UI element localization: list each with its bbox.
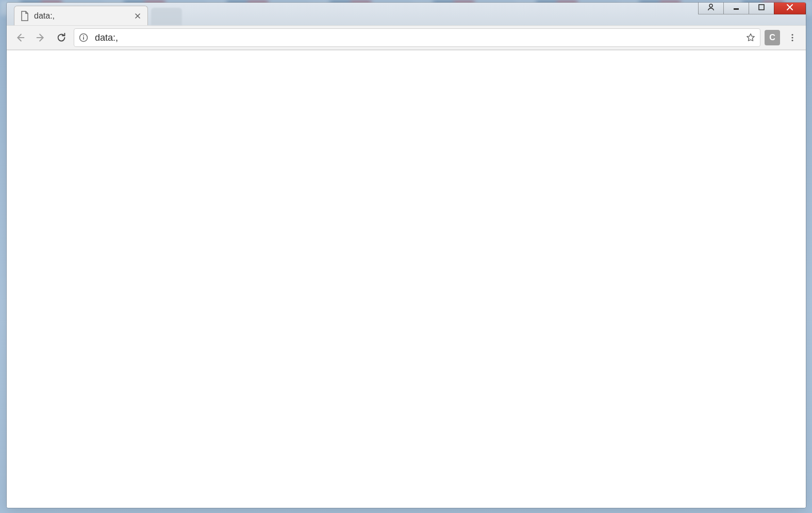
svg-point-4 (83, 36, 84, 37)
back-button[interactable] (12, 29, 28, 46)
window-close-button[interactable] (774, 2, 806, 14)
tab-active[interactable]: data:, (14, 6, 148, 25)
window-maximize-button[interactable] (749, 2, 774, 14)
reload-button[interactable] (53, 29, 70, 46)
site-info-button[interactable] (78, 32, 89, 43)
toolbar: C (7, 25, 806, 50)
svg-rect-5 (83, 37, 84, 40)
tab-title: data:, (34, 11, 128, 21)
address-bar[interactable] (74, 28, 760, 47)
maximize-icon (758, 4, 765, 11)
bookmark-button[interactable] (745, 32, 756, 43)
extension-button[interactable]: C (765, 30, 780, 45)
svg-rect-1 (734, 8, 739, 10)
window-caption-buttons (699, 2, 806, 14)
close-icon (135, 13, 141, 19)
arrow-right-icon (35, 32, 46, 43)
svg-point-8 (791, 40, 793, 41)
extension-letter: C (769, 33, 775, 42)
kebab-icon (788, 33, 797, 42)
svg-point-6 (791, 34, 793, 36)
tab-inactive-blurred[interactable] (151, 8, 182, 25)
page-viewport[interactable] (7, 50, 806, 508)
url-input[interactable] (94, 32, 740, 44)
svg-rect-2 (759, 5, 764, 10)
minimize-icon (733, 4, 740, 11)
star-icon (745, 32, 756, 43)
arrow-left-icon (14, 32, 26, 43)
svg-point-0 (709, 4, 712, 7)
user-icon (707, 3, 715, 11)
browser-window: data:, (6, 2, 806, 508)
tab-close-button[interactable] (133, 11, 142, 21)
close-icon (786, 3, 794, 11)
file-icon (21, 11, 29, 21)
window-user-button[interactable] (698, 2, 724, 14)
info-icon (79, 33, 88, 42)
svg-point-7 (791, 37, 793, 38)
forward-button[interactable] (32, 29, 49, 46)
tab-strip: data:, (7, 3, 806, 25)
window-minimize-button[interactable] (723, 2, 749, 14)
reload-icon (56, 32, 67, 43)
chrome-menu-button[interactable] (784, 29, 801, 46)
